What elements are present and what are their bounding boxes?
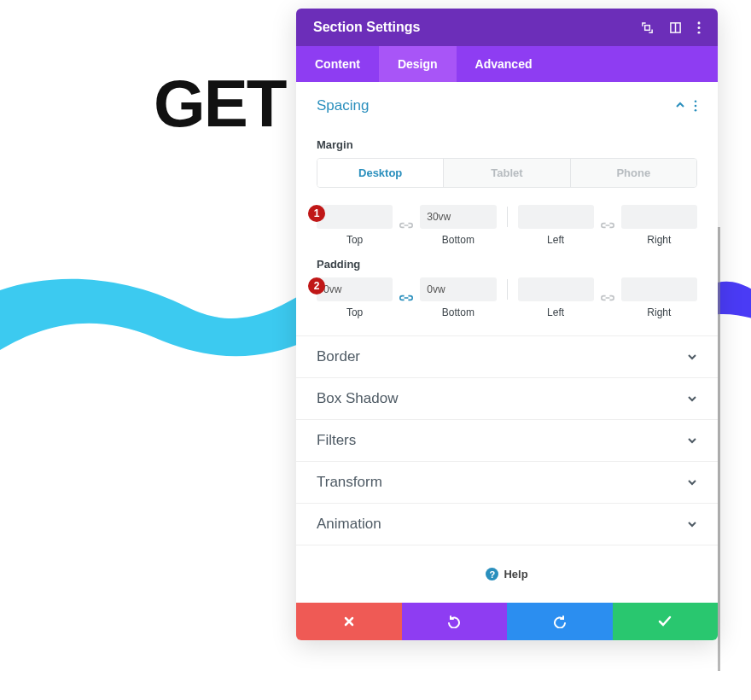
check-icon [658, 615, 672, 627]
padding-lr-link-icon[interactable] [599, 292, 616, 304]
background-get-text: GET [154, 65, 285, 143]
section-spacing-toggle[interactable]: Spacing [296, 82, 718, 126]
margin-bottom-label: Bottom [442, 234, 474, 246]
callout-1: 1 [308, 205, 325, 222]
tab-design[interactable]: Design [379, 46, 457, 82]
chevron-down-icon [687, 519, 697, 529]
section-transform-toggle[interactable]: Transform [296, 462, 718, 504]
device-tab-tablet[interactable]: Tablet [444, 159, 570, 187]
responsive-view-icon[interactable] [669, 21, 682, 34]
tab-content[interactable]: Content [296, 46, 379, 82]
margin-right-input[interactable] [621, 205, 697, 229]
chevron-down-icon [687, 435, 697, 446]
settings-tabs: Content Design Advanced [296, 46, 718, 82]
redo-button[interactable] [507, 603, 613, 640]
margin-left-input[interactable] [518, 205, 594, 229]
section-settings-modal: Section Settings Content Design Advanced… [296, 9, 718, 640]
help-link[interactable]: ? Help [296, 545, 718, 603]
divider [507, 207, 508, 227]
help-label: Help [504, 568, 527, 580]
help-icon: ? [486, 568, 498, 580]
svg-point-3 [698, 21, 701, 24]
chevron-up-icon [675, 100, 685, 112]
chevron-down-icon [687, 394, 697, 404]
margin-top-input[interactable] [317, 205, 393, 229]
modal-footer [296, 603, 718, 640]
chevron-down-icon [687, 352, 697, 362]
section-animation-toggle[interactable]: Animation [296, 504, 718, 545]
kebab-menu-icon[interactable] [694, 100, 697, 112]
redo-icon [553, 615, 567, 628]
section-box-shadow-toggle[interactable]: Box Shadow [296, 378, 718, 420]
padding-bottom-label: Bottom [442, 306, 474, 318]
section-transform-title: Transform [317, 474, 382, 491]
undo-icon [447, 615, 461, 628]
padding-bottom-input[interactable] [420, 277, 496, 301]
expand-icon[interactable] [641, 21, 654, 34]
padding-right-label: Right [647, 306, 671, 318]
background-content-edge [718, 227, 720, 671]
padding-left-input[interactable] [518, 277, 594, 301]
margin-lr-link-icon[interactable] [599, 219, 616, 231]
device-tab-phone[interactable]: Phone [571, 159, 696, 187]
save-button[interactable] [613, 603, 719, 640]
device-tab-desktop[interactable]: Desktop [317, 159, 444, 187]
section-filters-toggle[interactable]: Filters [296, 420, 718, 462]
padding-top-input[interactable] [317, 277, 393, 301]
cancel-button[interactable] [296, 603, 402, 640]
svg-point-8 [695, 109, 697, 112]
section-spacing-title: Spacing [317, 97, 369, 114]
section-box-shadow-title: Box Shadow [317, 390, 398, 407]
section-border-toggle[interactable]: Border [296, 335, 718, 378]
margin-tb-link-icon[interactable] [398, 219, 415, 231]
padding-tb-link-icon[interactable] [398, 292, 415, 304]
svg-point-4 [698, 26, 701, 29]
tab-advanced[interactable]: Advanced [457, 46, 551, 82]
padding-row: 2 Top Bottom [317, 277, 697, 318]
close-icon [343, 615, 355, 627]
device-tabs: Desktop Tablet Phone [317, 158, 697, 188]
padding-top-label: Top [346, 306, 363, 318]
section-border-title: Border [317, 348, 360, 365]
panel-body: Spacing Margin Desktop Tablet Phone 1 To… [296, 82, 718, 603]
callout-2: 2 [308, 277, 325, 295]
margin-row: 1 Top Bottom [317, 205, 697, 246]
modal-header: Section Settings [296, 9, 718, 46]
undo-button[interactable] [402, 603, 508, 640]
margin-top-label: Top [346, 234, 363, 246]
modal-title: Section Settings [313, 20, 420, 35]
padding-right-input[interactable] [621, 277, 697, 301]
margin-label: Margin [317, 138, 697, 151]
svg-rect-0 [645, 25, 650, 30]
padding-left-label: Left [547, 306, 564, 318]
divider [507, 279, 508, 300]
margin-left-label: Left [547, 234, 564, 246]
header-actions [641, 21, 701, 34]
svg-point-6 [695, 100, 697, 102]
margin-bottom-input[interactable] [420, 205, 496, 229]
spacing-panel: Margin Desktop Tablet Phone 1 Top [296, 138, 718, 335]
padding-label: Padding [317, 258, 697, 271]
chevron-down-icon [687, 477, 697, 487]
kebab-menu-icon[interactable] [697, 21, 701, 34]
svg-point-7 [695, 105, 697, 108]
section-filters-title: Filters [317, 432, 356, 449]
margin-right-label: Right [647, 234, 671, 246]
section-animation-title: Animation [317, 516, 381, 533]
wave-left-decoration [0, 273, 307, 376]
svg-point-5 [698, 31, 701, 33]
